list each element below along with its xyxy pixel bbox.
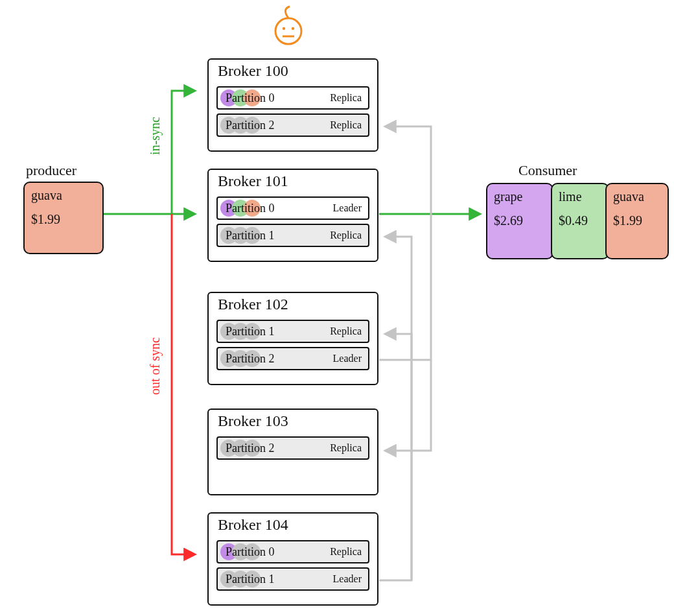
consumer-card-grape: grape $2.69 <box>486 183 553 259</box>
consumer-label: Consumer <box>518 162 577 179</box>
partition-role: Replica <box>330 546 362 558</box>
producer-label: producer <box>26 162 76 179</box>
partition-row: Partition 1 Replica <box>216 224 369 247</box>
producer-item: guava <box>31 188 96 203</box>
in-sync-label: in-sync <box>148 117 163 155</box>
broker-title: Broker 102 <box>209 293 377 317</box>
partition-row: Partition 2 Leader <box>216 347 369 370</box>
partition-row: Partition 1 Leader <box>216 567 369 591</box>
broker-103: Broker 103 Partition 2 Replica <box>207 409 378 495</box>
broker-100: Broker 100 Partition 0 Replica Partition… <box>207 58 378 152</box>
partition-role: Leader <box>333 202 362 214</box>
partition-name: Partition 1 <box>226 573 275 586</box>
neutral-face-icon <box>279 13 298 32</box>
partition-name: Partition 0 <box>226 91 275 105</box>
partition-role: Replica <box>330 326 362 337</box>
partition-name: Partition 2 <box>226 352 275 366</box>
broker-title: Broker 101 <box>209 170 377 194</box>
consumer-item: lime <box>559 189 601 204</box>
partition-row: Partition 0 Replica <box>216 86 369 110</box>
diagram-root: producer guava $1.99 in-sync out of sync… <box>0 0 674 616</box>
partition-name: Partition 2 <box>226 119 275 132</box>
out-of-sync-label: out of sync <box>148 337 163 395</box>
partition-row: Partition 2 Replica <box>216 436 369 460</box>
consumer-price: $1.99 <box>613 213 661 228</box>
consumer-item: grape <box>494 189 546 204</box>
broker-title: Broker 100 <box>209 60 377 84</box>
broker-101: Broker 101 Partition 0 Leader Partition … <box>207 169 378 262</box>
partition-role: Replica <box>330 119 362 131</box>
partition-name: Partition 1 <box>226 325 275 338</box>
partition-role: Leader <box>333 353 362 364</box>
consumer-price: $0.49 <box>559 213 601 228</box>
consumer-price: $2.69 <box>494 213 546 228</box>
broker-102: Broker 102 Partition 1 Replica Partition… <box>207 292 378 385</box>
partition-role: Replica <box>330 92 362 104</box>
consumer-item: guava <box>613 189 661 204</box>
partition-name: Partition 2 <box>226 442 275 455</box>
partition-name: Partition 0 <box>226 202 275 215</box>
partition-role: Replica <box>330 442 362 454</box>
broker-104: Broker 104 Partition 0 Replica Partition… <box>207 512 378 606</box>
producer-card: guava $1.99 <box>23 182 104 254</box>
partition-row: Partition 2 Replica <box>216 113 369 137</box>
partition-row: Partition 0 Leader <box>216 196 369 220</box>
partition-role: Leader <box>333 573 362 585</box>
partition-role: Replica <box>330 230 362 241</box>
producer-price: $1.99 <box>31 212 96 227</box>
consumer-card-lime: lime $0.49 <box>551 183 609 259</box>
partition-row: Partition 0 Replica <box>216 540 369 563</box>
consumer-card-guava: guava $1.99 <box>605 183 669 259</box>
partition-row: Partition 1 Replica <box>216 320 369 343</box>
broker-title: Broker 104 <box>209 514 377 538</box>
partition-name: Partition 1 <box>226 229 275 243</box>
broker-title: Broker 103 <box>209 410 377 434</box>
partition-name: Partition 0 <box>226 545 275 559</box>
